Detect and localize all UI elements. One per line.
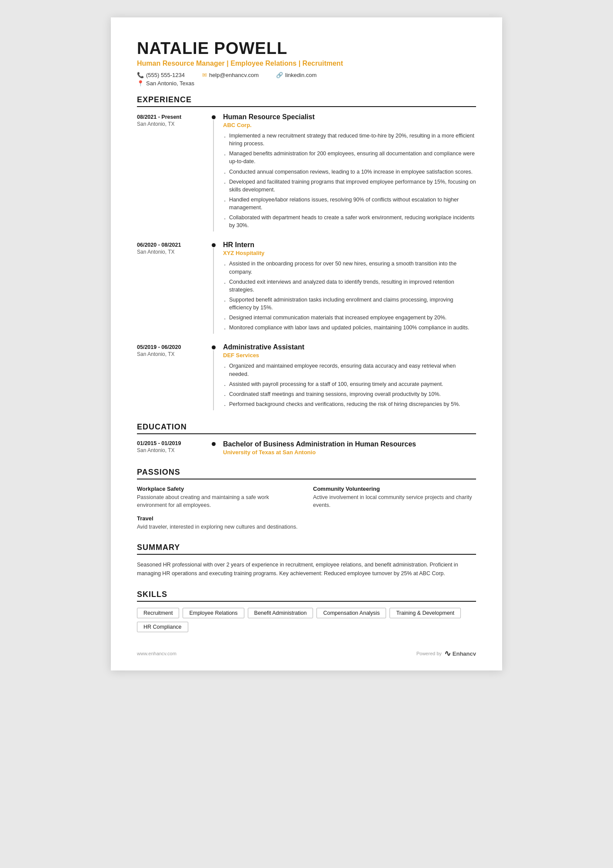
summary-section: SUMMARY Seasoned HR professional with ov… <box>137 543 476 578</box>
edu-date: 01/2015 - 01/2019 <box>137 440 211 446</box>
experience-divider <box>137 106 476 107</box>
bullet-item: Assisted with payroll processing for a s… <box>223 380 476 388</box>
skill-tag: Recruitment <box>137 608 179 618</box>
skills-row-1: Recruitment Employee Relations Benefit A… <box>137 608 476 618</box>
bullet-item: Conducted annual compensation reviews, l… <box>223 168 476 176</box>
job-date: 06/2020 - 08/2021 <box>137 242 211 248</box>
edu-right: Bachelor of Business Administration in H… <box>216 440 476 456</box>
timeline-connector <box>211 343 216 410</box>
job-right: Administrative Assistant DEF Services Or… <box>216 343 476 410</box>
bullet-item: Collaborated with department heads to cr… <box>223 214 476 229</box>
job-left: 08/2021 - Present San Antonio, TX <box>137 113 211 231</box>
phone-icon: 📞 <box>137 72 144 78</box>
bullet-item: Monitored compliance with labor laws and… <box>223 324 476 332</box>
skill-tag: HR Compliance <box>137 622 188 632</box>
edu-degree: Bachelor of Business Administration in H… <box>223 440 476 448</box>
link-icon: 🔗 <box>276 72 283 78</box>
job-title: HR Intern <box>223 241 476 249</box>
passion-description: Passionate about creating and maintainin… <box>137 493 300 509</box>
skill-tag: Employee Relations <box>183 608 244 618</box>
brand-name: Enhancv <box>453 650 476 657</box>
email-contact: ✉ help@enhancv.com <box>202 72 259 78</box>
timeline-connector <box>211 241 216 334</box>
bullet-item: Organized and maintained employee record… <box>223 362 476 378</box>
job-item: 08/2021 - Present San Antonio, TX Human … <box>137 113 476 231</box>
linkedin-contact: 🔗 linkedin.com <box>276 72 316 78</box>
timeline-dot <box>212 345 216 349</box>
candidate-title: Human Resource Manager | Employee Relati… <box>137 60 476 67</box>
passions-section: PASSIONS Workplace Safety Passionate abo… <box>137 468 476 531</box>
job-company: XYZ Hospitality <box>223 250 476 256</box>
bullet-item: Supported benefit administration tasks i… <box>223 296 476 312</box>
timeline-dot <box>212 115 216 119</box>
job-right: HR Intern XYZ Hospitality Assisted in th… <box>216 241 476 334</box>
job-location: San Antonio, TX <box>137 351 211 357</box>
job-location: San Antonio, TX <box>137 121 211 127</box>
passion-item: Community Volunteering Active involvemen… <box>313 486 476 509</box>
passions-divider <box>137 479 476 479</box>
summary-text: Seasoned HR professional with over 2 yea… <box>137 561 476 578</box>
email-address: help@enhancv.com <box>209 72 259 78</box>
job-left: 05/2019 - 06/2020 San Antonio, TX <box>137 343 211 410</box>
edu-location: San Antonio, TX <box>137 447 211 453</box>
education-title: EDUCATION <box>137 422 476 432</box>
passion-title: Workplace Safety <box>137 486 300 492</box>
location-row: 📍 San Antonio, Texas <box>137 80 476 87</box>
job-bullets: Assisted in the onboarding process for o… <box>223 260 476 332</box>
summary-divider <box>137 554 476 555</box>
job-title: Administrative Assistant <box>223 343 476 351</box>
skills-section: SKILLS Recruitment Employee Relations Be… <box>137 590 476 632</box>
job-item: 06/2020 - 08/2021 San Antonio, TX HR Int… <box>137 241 476 334</box>
job-title: Human Resource Specialist <box>223 113 476 121</box>
edu-dot <box>212 442 216 446</box>
education-section: EDUCATION 01/2015 - 01/2019 San Antonio,… <box>137 422 476 456</box>
passion-item: Travel Avid traveler, interested in expl… <box>137 515 476 531</box>
passion-description: Avid traveler, interested in exploring n… <box>137 523 476 531</box>
timeline-line <box>213 120 214 231</box>
job-company: DEF Services <box>223 352 476 359</box>
bullet-item: Implemented a new recruitment strategy t… <box>223 132 476 147</box>
job-right: Human Resource Specialist ABC Corp. Impl… <box>216 113 476 231</box>
passions-title: PASSIONS <box>137 468 476 477</box>
passion-title: Community Volunteering <box>313 486 476 492</box>
skill-tag: Training & Development <box>390 608 461 618</box>
bullet-item: Conducted exit interviews and analyzed d… <box>223 278 476 294</box>
footer-url: www.enhancv.com <box>137 651 177 656</box>
timeline-line <box>213 248 214 334</box>
job-location: San Antonio, TX <box>137 249 211 255</box>
bullet-item: Designed internal communication material… <box>223 314 476 322</box>
contact-row: 📞 (555) 555-1234 ✉ help@enhancv.com 🔗 li… <box>137 72 476 78</box>
header: NATALIE POWELL Human Resource Manager | … <box>137 39 476 87</box>
experience-title: EXPERIENCE <box>137 95 476 104</box>
passions-grid: Workplace Safety Passionate about creati… <box>137 486 476 531</box>
experience-section: EXPERIENCE 08/2021 - Present San Antonio… <box>137 95 476 410</box>
edu-timeline <box>211 440 216 456</box>
location-icon: 📍 <box>137 80 144 87</box>
passion-item: Workplace Safety Passionate about creati… <box>137 486 300 509</box>
skill-tag: Benefit Administration <box>248 608 313 618</box>
powered-by-label: Powered by <box>416 651 442 656</box>
job-date: 05/2019 - 06/2020 <box>137 344 211 350</box>
edu-left: 01/2015 - 01/2019 San Antonio, TX <box>137 440 211 456</box>
job-bullets: Organized and maintained employee record… <box>223 362 476 408</box>
bullet-item: Performed background checks and verifica… <box>223 400 476 408</box>
email-icon: ✉ <box>202 72 207 78</box>
bullet-item: Handled employee/labor relations issues,… <box>223 196 476 211</box>
job-bullets: Implemented a new recruitment strategy t… <box>223 132 476 229</box>
bullet-item: Assisted in the onboarding process for o… <box>223 260 476 275</box>
passion-description: Active involvement in local community se… <box>313 493 476 509</box>
summary-title: SUMMARY <box>137 543 476 552</box>
job-date: 08/2021 - Present <box>137 114 211 120</box>
enhancv-logo: ∿ Enhancv <box>444 649 476 658</box>
skills-title: SKILLS <box>137 590 476 599</box>
enhancv-swoosh-icon: ∿ <box>444 649 451 658</box>
location: San Antonio, Texas <box>146 80 194 87</box>
timeline-line <box>213 350 214 410</box>
job-left: 06/2020 - 08/2021 San Antonio, TX <box>137 241 211 334</box>
resume-page: NATALIE POWELL Human Resource Manager | … <box>111 17 502 670</box>
page-footer: www.enhancv.com Powered by ∿ Enhancv <box>137 649 476 658</box>
edu-school: University of Texas at San Antonio <box>223 449 476 456</box>
job-item: 05/2019 - 06/2020 San Antonio, TX Admini… <box>137 343 476 410</box>
skills-divider <box>137 601 476 602</box>
bullet-item: Managed benefits administration for 200 … <box>223 150 476 165</box>
